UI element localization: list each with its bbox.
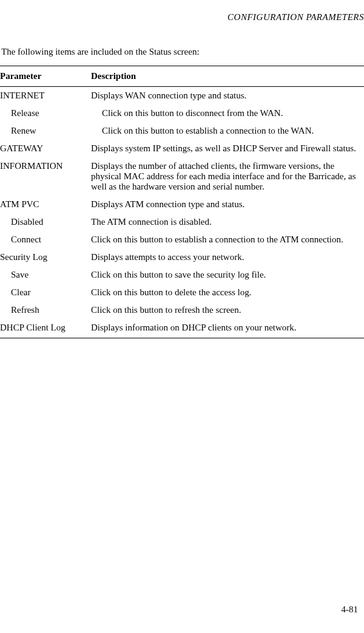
header-parameter: Parameter [0, 66, 91, 87]
table-row: Security LogDisplays attempts to access … [0, 248, 364, 266]
desc-cell: Displays attempts to access your network… [91, 248, 364, 266]
table-row: ATM PVCDisplays ATM connection type and … [0, 196, 364, 213]
param-cell: ATM PVC [0, 196, 91, 213]
desc-cell: Click on this button to save the securit… [91, 266, 364, 284]
parameter-table: Parameter Description INTERNETDisplays W… [0, 66, 364, 338]
intro-text: The following items are included on the … [1, 47, 364, 57]
param-cell: Disabled [0, 213, 91, 231]
param-cell: Release [0, 104, 91, 122]
table-row: DHCP Client LogDisplays information on D… [0, 319, 364, 338]
desc-cell: Click on this button to disconnect from … [91, 104, 364, 122]
param-cell: Renew [0, 122, 91, 140]
desc-cell: Click on this button to establish a conn… [91, 122, 364, 140]
param-cell: INTERNET [0, 87, 91, 105]
param-cell: Connect [0, 231, 91, 248]
table-row: ConnectClick on this button to establish… [0, 231, 364, 248]
param-cell: Refresh [0, 301, 91, 319]
param-cell: DHCP Client Log [0, 319, 91, 338]
page-header-title: CONFIGURATION PARAMETERS [0, 12, 364, 22]
desc-cell: Click on this button to establish a conn… [91, 231, 364, 248]
param-cell: Security Log [0, 248, 91, 266]
param-cell: GATEWAY [0, 140, 91, 157]
table-row: ClearClick on this button to delete the … [0, 284, 364, 301]
table-row: INFORMATIONDisplays the number of attach… [0, 157, 364, 196]
page-number: 4-81 [342, 604, 359, 615]
header-description: Description [91, 66, 364, 87]
desc-cell: Click on this button to refresh the scre… [91, 301, 364, 319]
table-row: GATEWAYDisplays system IP settings, as w… [0, 140, 364, 157]
param-cell: Save [0, 266, 91, 284]
table-row: INTERNETDisplays WAN connection type and… [0, 87, 364, 105]
desc-cell: Displays WAN connection type and status. [91, 87, 364, 105]
table-row: RenewClick on this button to establish a… [0, 122, 364, 140]
param-cell: Clear [0, 284, 91, 301]
table-header-row: Parameter Description [0, 66, 364, 87]
param-cell: INFORMATION [0, 157, 91, 196]
desc-cell: Displays information on DHCP clients on … [91, 319, 364, 338]
desc-cell: The ATM connection is disabled. [91, 213, 364, 231]
table-row: SaveClick on this button to save the sec… [0, 266, 364, 284]
desc-cell: Displays ATM connection type and status. [91, 196, 364, 213]
desc-cell: Displays the number of attached clients,… [91, 157, 364, 196]
desc-cell: Click on this button to delete the acces… [91, 284, 364, 301]
table-row: RefreshClick on this button to refresh t… [0, 301, 364, 319]
table-row: ReleaseClick on this button to disconnec… [0, 104, 364, 122]
desc-cell: Displays system IP settings, as well as … [91, 140, 364, 157]
table-row: DisabledThe ATM connection is disabled. [0, 213, 364, 231]
